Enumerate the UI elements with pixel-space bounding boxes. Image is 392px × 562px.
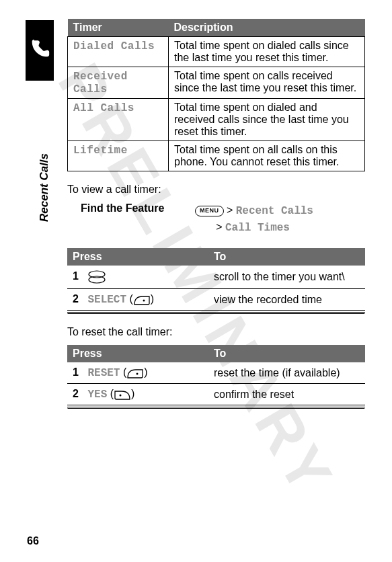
timer-desc: Total time spent on calls received since… (169, 67, 365, 99)
page-number: 66 (27, 535, 39, 547)
step-number: 2 (73, 388, 85, 400)
action-text: confirm the reset (208, 384, 365, 405)
paren-close: ) (131, 388, 134, 399)
step-number: 1 (73, 366, 85, 378)
find-feature-row: Find the Feature MENU > Recent Calls > C… (67, 202, 365, 236)
view-intro: To view a call timer: (67, 184, 365, 196)
step-number: 2 (73, 293, 85, 305)
paren-close: ) (151, 293, 154, 305)
timer-label: All Calls (73, 102, 134, 114)
softkey-label: RESET (87, 367, 120, 379)
path-sep: > (227, 204, 233, 216)
svg-point-3 (136, 372, 139, 374)
table-end-rule (67, 312, 365, 314)
timer-label: Dialed Calls (73, 40, 155, 52)
reset-intro: To reset the call timer: (67, 326, 365, 338)
table-row: 2 SELECT ( ) view the recorded time (67, 289, 365, 311)
find-feature-path: MENU > Recent Calls > Call Times (195, 202, 313, 236)
timer-label: Received Calls (73, 71, 128, 95)
timer-table-header-description: Description (169, 19, 365, 37)
soft-right-icon (133, 294, 151, 306)
page: PRELIMINARY Recent Calls Timer Descripti… (0, 0, 392, 562)
path-sep: > (216, 221, 222, 233)
soft-left-icon (114, 389, 131, 401)
timer-table: Timer Description Dialed Calls Total tim… (67, 19, 365, 171)
timer-desc: Total time spent on dialed calls since t… (169, 37, 365, 67)
soft-right-icon (126, 367, 144, 379)
timer-table-header-timer: Timer (68, 19, 169, 37)
press-header: Press (67, 345, 208, 362)
action-text: reset the time (if available) (208, 362, 365, 384)
softkey-label: SELECT (87, 294, 126, 306)
step-number: 1 (73, 270, 85, 282)
table-row: Received Calls Total time spent on calls… (68, 67, 365, 99)
table-row: 2 YES ( ) confirm the reset (67, 384, 365, 405)
table-row: All Calls Total time spent on dialed and… (68, 99, 365, 141)
to-header: To (208, 248, 365, 266)
menu-key-icon: MENU (195, 206, 224, 216)
find-feature-label: Find the Feature (67, 202, 195, 236)
timer-desc: Total time spent on dialed and received … (169, 99, 365, 141)
timer-desc: Total time spent on all calls on this ph… (169, 141, 365, 171)
press-table-reset: Press To 1 RESET ( ) (67, 345, 365, 405)
side-band: Recent Calls (26, 20, 54, 81)
table-row: Dialed Calls Total time spent on dialed … (68, 37, 365, 67)
svg-point-4 (120, 394, 122, 396)
section-label: Recent Calls (38, 153, 51, 222)
path-recent-calls: Recent Calls (236, 205, 313, 217)
svg-point-2 (143, 299, 145, 301)
to-header: To (208, 345, 365, 362)
action-text: view the recorded time (208, 289, 365, 311)
phone-icon (28, 38, 51, 63)
table-row: 1 RESET ( ) reset the time (if available… (67, 362, 365, 384)
timer-label: Lifetime (73, 145, 128, 157)
paren-close: ) (144, 366, 147, 378)
softkey-label: YES (87, 389, 107, 401)
press-header: Press (67, 248, 208, 266)
action-text: scroll to the timer you want\ (208, 266, 365, 289)
table-end-rule (67, 407, 365, 409)
table-row: 1 scroll to the timer you want\ (67, 266, 365, 289)
table-row: Lifetime Total time spent on all calls o… (68, 141, 365, 171)
scroll-updown-icon (87, 270, 106, 284)
phone-icon-box (26, 20, 54, 81)
press-table-view: Press To 1 scroll to the (67, 248, 365, 311)
path-call-times: Call Times (225, 222, 290, 234)
